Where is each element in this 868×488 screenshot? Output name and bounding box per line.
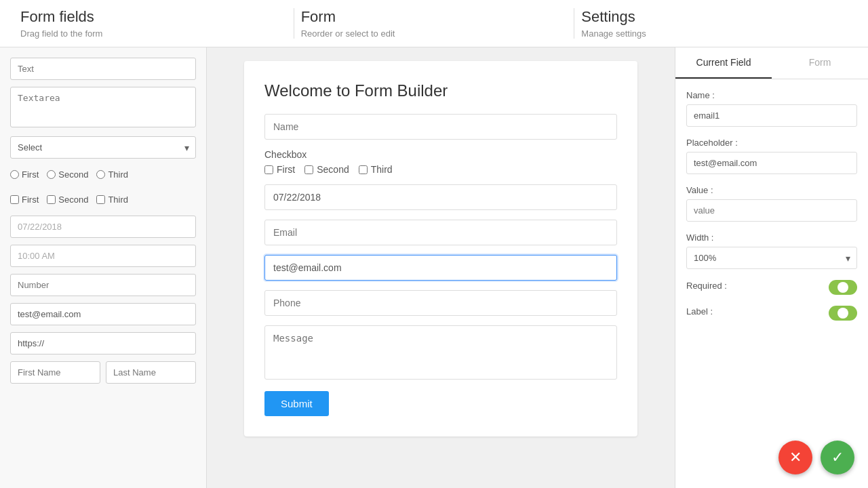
form-title: Welcome to Form Builder: [264, 81, 617, 100]
settings-width-label: Width :: [686, 232, 857, 243]
field-textarea: [10, 87, 196, 129]
form-email-active-field: [264, 255, 617, 281]
label-toggle-slider: [829, 306, 857, 321]
checkbox-third[interactable]: Third: [96, 195, 128, 205]
settings-label-row: Label :: [686, 306, 857, 321]
firstname-input[interactable]: [10, 361, 100, 384]
settings-body: Name : Placeholder : Value : Width : 100…: [675, 79, 868, 342]
field-radio: First Second Third: [10, 165, 196, 184]
form-checkbox-third[interactable]: Third: [359, 164, 393, 175]
form-name-field: [264, 114, 617, 140]
label-toggle[interactable]: [829, 306, 857, 321]
header-form-title: Form: [301, 8, 568, 26]
settings-value-input[interactable]: [686, 199, 857, 222]
action-buttons: ✕ ✓: [778, 441, 854, 474]
required-toggle[interactable]: [829, 280, 857, 295]
settings-value-label: Value :: [686, 185, 857, 195]
select-input[interactable]: Select: [10, 136, 196, 159]
form-checkbox-second[interactable]: Second: [304, 164, 349, 175]
name-group: [10, 361, 196, 384]
radio-first[interactable]: First: [10, 169, 39, 180]
field-date: [10, 216, 196, 238]
form-message-textarea[interactable]: [264, 325, 617, 380]
main-area: Select First Second Third First Second T…: [0, 47, 868, 488]
tab-form[interactable]: Form: [772, 47, 868, 79]
cancel-button[interactable]: ✕: [778, 441, 812, 474]
form-email-field: [264, 220, 617, 245]
form-checkbox-first[interactable]: First: [264, 164, 295, 175]
center-panel: Welcome to Form Builder Checkbox First S…: [207, 47, 675, 488]
required-toggle-slider: [829, 280, 857, 295]
checkbox-group: First Second Third: [10, 190, 196, 209]
checkbox-field-label: Checkbox: [264, 149, 617, 160]
settings-label-label: Label :: [686, 306, 713, 317]
header-form: Form Reorder or select to edit: [294, 8, 575, 39]
lastname-input[interactable]: [106, 361, 196, 384]
settings-tabs: Current Field Form: [675, 47, 868, 79]
settings-value-row: Value :: [686, 185, 857, 222]
form-phone-field: [264, 290, 617, 316]
form-message-field: [264, 325, 617, 382]
form-card: Welcome to Form Builder Checkbox First S…: [244, 61, 637, 436]
number-input[interactable]: [10, 274, 196, 296]
radio-second[interactable]: Second: [47, 169, 88, 180]
url-input[interactable]: [10, 332, 196, 354]
settings-width-select-wrapper: 100% 75% 50% 25%: [686, 247, 857, 269]
radio-group: First Second Third: [10, 165, 196, 184]
field-time: [10, 245, 196, 267]
radio-third[interactable]: Third: [96, 169, 128, 180]
header-form-subtitle: Reorder or select to edit: [301, 28, 568, 39]
settings-placeholder-input[interactable]: [686, 152, 857, 174]
checkbox-first[interactable]: First: [10, 195, 39, 205]
settings-name-row: Name :: [686, 90, 857, 127]
date-input[interactable]: [10, 216, 196, 238]
field-number: [10, 274, 196, 296]
textarea-input[interactable]: [10, 87, 196, 127]
header-form-fields-subtitle: Drag field to the form: [20, 28, 287, 39]
field-checkbox: First Second Third: [10, 190, 196, 209]
form-checkbox-group: First Second Third: [264, 164, 617, 175]
time-input[interactable]: [10, 245, 196, 267]
form-date-input[interactable]: [264, 184, 617, 210]
field-select: Select: [10, 136, 196, 159]
form-checkbox-field: Checkbox First Second Third: [264, 149, 617, 175]
header: Form fields Drag field to the form Form …: [0, 0, 868, 47]
header-settings: Settings Manage settings: [574, 8, 854, 39]
form-email-active-input[interactable]: [264, 255, 617, 281]
settings-required-row: Required :: [686, 280, 857, 295]
submit-button[interactable]: Submit: [264, 391, 329, 416]
settings-required-label: Required :: [686, 281, 727, 291]
field-url: [10, 332, 196, 354]
field-text: [10, 58, 196, 80]
right-panel: Current Field Form Name : Placeholder : …: [675, 47, 868, 488]
form-date-field: [264, 184, 617, 210]
select-wrapper: Select: [10, 136, 196, 159]
field-email: [10, 303, 196, 325]
form-name-input[interactable]: [264, 114, 617, 140]
settings-width-select[interactable]: 100% 75% 50% 25%: [686, 247, 857, 269]
confirm-button[interactable]: ✓: [821, 441, 854, 474]
form-email-input[interactable]: [264, 220, 617, 245]
settings-name-input[interactable]: [686, 104, 857, 127]
tab-current-field[interactable]: Current Field: [675, 47, 772, 79]
form-phone-input[interactable]: [264, 290, 617, 316]
text-input[interactable]: [10, 58, 196, 80]
header-settings-title: Settings: [581, 8, 848, 26]
header-settings-subtitle: Manage settings: [581, 28, 848, 39]
settings-placeholder-row: Placeholder :: [686, 138, 857, 174]
header-form-fields: Form fields Drag field to the form: [14, 8, 294, 39]
header-form-fields-title: Form fields: [20, 8, 287, 26]
settings-width-row: Width : 100% 75% 50% 25%: [686, 232, 857, 269]
email-input[interactable]: [10, 303, 196, 325]
settings-placeholder-label: Placeholder :: [686, 138, 857, 148]
settings-name-label: Name :: [686, 90, 857, 100]
left-panel: Select First Second Third First Second T…: [0, 47, 207, 488]
checkbox-second[interactable]: Second: [47, 195, 88, 205]
field-name: [10, 361, 196, 384]
